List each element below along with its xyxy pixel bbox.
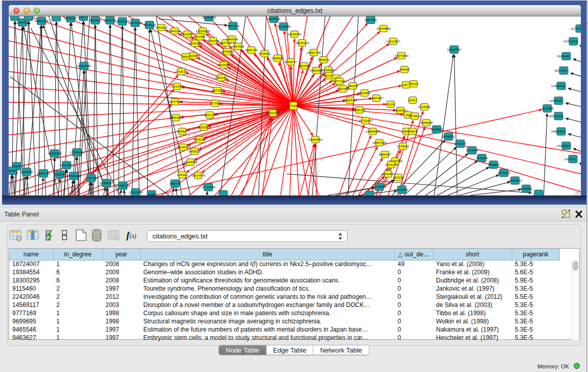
svg-text:(x): (x) <box>129 232 136 239</box>
